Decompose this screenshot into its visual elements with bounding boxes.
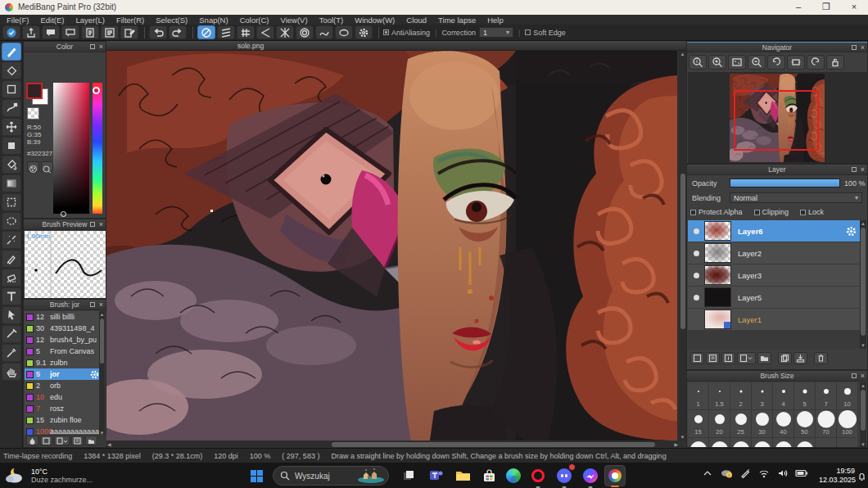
- merge-layer-icon[interactable]: [793, 352, 807, 364]
- search-highlight-image[interactable]: [357, 468, 385, 483]
- popout-icon[interactable]: [852, 167, 857, 172]
- lock-checkbox[interactable]: [800, 210, 806, 215]
- brush-size-cell[interactable]: 2: [730, 382, 752, 410]
- select-eraser-tool-icon[interactable]: [2, 269, 21, 287]
- popout-icon[interactable]: [852, 373, 857, 378]
- brush-size-cell[interactable]: 70: [816, 410, 837, 438]
- brush-list-item[interactable]: 9.1zulbn: [25, 357, 101, 368]
- menu-select[interactable]: Select(S): [156, 16, 188, 25]
- saturation-value-picker[interactable]: [53, 83, 89, 214]
- brush-list-item[interactable]: 12silli billli: [25, 311, 101, 323]
- brush-list-item-selected[interactable]: 5jor: [25, 368, 101, 380]
- layer-row[interactable]: Layer2: [688, 242, 861, 264]
- eraser-tool-icon[interactable]: [2, 61, 21, 79]
- rotate-reset-icon[interactable]: [787, 55, 805, 70]
- menu-tool[interactable]: Tool(T): [319, 16, 344, 25]
- weather-widget[interactable]: 10°C Duże zachmurze...: [5, 464, 152, 486]
- opera-icon[interactable]: [527, 465, 549, 486]
- bucket-tool-icon[interactable]: [2, 156, 21, 174]
- magic-wand-tool-icon[interactable]: [2, 231, 21, 249]
- opacity-slider[interactable]: [730, 178, 840, 188]
- transparent-color-swatch[interactable]: [27, 107, 39, 120]
- brush-size-cell[interactable]: 100: [837, 410, 858, 438]
- layer-settings-gear-icon[interactable]: [846, 226, 857, 237]
- layers-scrollbar[interactable]: ▲ ▼: [860, 220, 866, 349]
- search-box[interactable]: Wyszukaj: [273, 466, 389, 486]
- popout-icon[interactable]: [90, 222, 95, 227]
- snap-off-icon[interactable]: [197, 25, 215, 39]
- popout-icon[interactable]: [90, 302, 95, 307]
- cloud-save-icon[interactable]: [2, 25, 20, 39]
- document-list-icon[interactable]: [101, 25, 119, 39]
- restore-button[interactable]: ❒: [812, 0, 840, 15]
- brush-size-scrollbar[interactable]: ▲ ▼: [860, 382, 866, 448]
- teams-icon[interactable]: [426, 465, 447, 486]
- new-8bit-layer-icon[interactable]: [706, 352, 720, 364]
- document-edit-icon[interactable]: [120, 25, 138, 39]
- discord-icon[interactable]: [554, 465, 575, 486]
- duplicate-layer-icon[interactable]: [778, 352, 792, 364]
- snap-vanishing-icon[interactable]: [256, 25, 274, 39]
- medibang-icon[interactable]: [604, 465, 626, 486]
- text-tool-icon[interactable]: [2, 287, 21, 305]
- menu-snap[interactable]: Snap(N): [199, 16, 228, 25]
- brush-list-item[interactable]: 15zubin floe: [25, 414, 101, 426]
- brush-color-icon[interactable]: [26, 436, 38, 445]
- brush-size-cell[interactable]: 1.5: [709, 382, 730, 410]
- brush-size-cell[interactable]: 10: [837, 382, 858, 410]
- close-icon[interactable]: ×: [861, 43, 865, 52]
- eyedropper-tool-icon[interactable]: [2, 344, 21, 362]
- canvas-hscrollbar[interactable]: ◀ ▶: [106, 441, 679, 448]
- explorer-icon[interactable]: [452, 465, 473, 486]
- canvas-vscrollbar[interactable]: ▲ ▼: [679, 51, 686, 441]
- menu-filter[interactable]: Filter(R): [116, 16, 144, 25]
- sv-cursor[interactable]: [61, 211, 66, 217]
- lock-icon[interactable]: [826, 55, 844, 70]
- snap-curve-icon[interactable]: [315, 25, 333, 39]
- brush-size-cell[interactable]: 7: [816, 382, 837, 410]
- redo-icon[interactable]: [169, 25, 187, 39]
- brush-size-cell[interactable]: [752, 438, 773, 448]
- layer-visible-icon[interactable]: [694, 273, 699, 278]
- layer-visible-icon[interactable]: [694, 228, 699, 234]
- edge-icon[interactable]: [503, 465, 524, 486]
- navigator-view[interactable]: [688, 72, 868, 163]
- brush-size-cell[interactable]: [816, 438, 837, 448]
- canvas-artwork[interactable]: [106, 51, 677, 441]
- brush-list-item[interactable]: 5From Canvas: [25, 346, 101, 357]
- protect-alpha-checkbox[interactable]: [690, 210, 696, 215]
- brush-size-cell[interactable]: 3: [752, 382, 773, 410]
- layer-visible-icon[interactable]: [694, 251, 699, 256]
- brush-size-cell[interactable]: [773, 438, 794, 448]
- rotate-left-icon[interactable]: [767, 55, 785, 70]
- brush-list-item[interactable]: 2orb: [25, 380, 101, 391]
- foreground-color-swatch[interactable]: [26, 83, 43, 99]
- zoom-out-icon[interactable]: [748, 55, 766, 70]
- clock-widget[interactable]: 19:59 12.03.2025: [819, 467, 855, 484]
- layer-row[interactable]: Layer1: [688, 309, 861, 331]
- fill-tool-icon[interactable]: [2, 137, 21, 155]
- task-view-button[interactable]: [398, 465, 419, 486]
- brush-size-cell[interactable]: 30: [752, 410, 773, 438]
- brush-list-scrollbar[interactable]: ▲ ▼: [99, 311, 105, 436]
- brush-list-item[interactable]: 7rosz: [25, 403, 101, 414]
- brush-size-cell[interactable]: 25: [730, 410, 752, 438]
- close-icon[interactable]: ×: [99, 42, 103, 52]
- messenger-icon[interactable]: [580, 465, 601, 486]
- snap-grid-icon[interactable]: [237, 25, 255, 39]
- brush-size-cell[interactable]: 40: [773, 410, 794, 438]
- brush-size-cell[interactable]: 50: [794, 410, 816, 438]
- menu-cloud[interactable]: Cloud: [406, 16, 427, 25]
- brush-size-cell[interactable]: 5: [794, 382, 816, 410]
- zoom-actual-icon[interactable]: [689, 55, 707, 70]
- soft-edge-checkbox[interactable]: [525, 29, 531, 35]
- tray-chevron-up-icon[interactable]: [703, 468, 712, 478]
- zoom-in-icon[interactable]: [708, 55, 726, 70]
- hue-cursor[interactable]: [93, 87, 100, 94]
- blending-dropdown[interactable]: Normal▾: [730, 192, 862, 203]
- layer-hidden-icon[interactable]: [694, 317, 699, 323]
- layer-row-selected[interactable]: Layer6: [688, 220, 861, 242]
- hand-tool-icon[interactable]: [2, 363, 21, 381]
- layer-folder-icon[interactable]: [757, 352, 771, 364]
- operation-tool-icon[interactable]: [2, 306, 21, 324]
